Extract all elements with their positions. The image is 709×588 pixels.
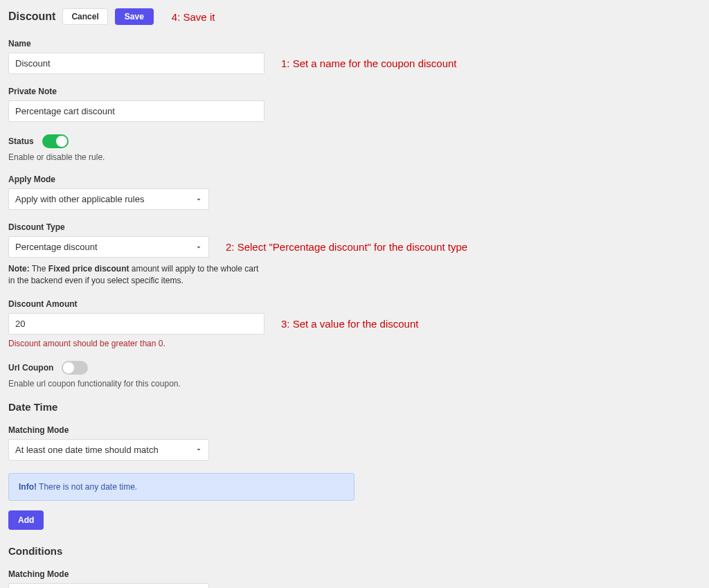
conditions-matching-label: Matching Mode xyxy=(8,569,701,579)
name-input[interactable] xyxy=(8,53,264,74)
note-prefix: Note: xyxy=(8,264,30,274)
apply-mode-select[interactable]: Apply with other applicable rules xyxy=(8,188,209,210)
status-toggle[interactable] xyxy=(42,134,69,148)
conditions-matching-select[interactable]: All conditions should match xyxy=(8,583,209,588)
url-coupon-toggle[interactable] xyxy=(62,361,88,375)
toggle-knob-icon xyxy=(63,362,74,373)
note-strong: Fixed price discount xyxy=(48,264,129,274)
apply-mode-field: Apply Mode Apply with other applicable r… xyxy=(8,175,701,210)
private-note-label: Private Note xyxy=(8,87,701,96)
discount-type-label: Discount Type xyxy=(8,222,701,232)
name-field: Name 1: Set a name for the coupon discou… xyxy=(8,39,701,74)
annotation-4: 4: Save it xyxy=(172,11,215,23)
cancel-button[interactable]: Cancel xyxy=(62,8,107,25)
datetime-add-button[interactable]: Add xyxy=(8,510,44,530)
datetime-matching-label: Matching Mode xyxy=(8,425,701,435)
status-field: Status Enable or disable the rule. xyxy=(8,134,701,162)
datetime-matching-field: Matching Mode At least one date time sho… xyxy=(8,425,701,461)
conditions-matching-field: Matching Mode All conditions should matc… xyxy=(8,569,701,588)
page-title: Discount xyxy=(8,10,55,23)
save-button[interactable]: Save xyxy=(115,8,154,25)
url-coupon-label: Url Coupon xyxy=(8,363,53,373)
header-row: Discount Cancel Save 4: Save it xyxy=(8,8,701,25)
discount-type-select[interactable]: Percentage discount xyxy=(8,236,209,258)
url-coupon-field: Url Coupon Enable url coupon functionali… xyxy=(8,361,701,389)
apply-mode-label: Apply Mode xyxy=(8,175,701,184)
name-label: Name xyxy=(8,39,701,48)
note-before: The xyxy=(30,264,48,274)
private-note-field: Private Note xyxy=(8,87,701,122)
datetime-matching-select[interactable]: At least one date time should match xyxy=(8,439,209,461)
discount-amount-input[interactable] xyxy=(8,313,264,335)
discount-amount-hint: Discount amount should be greater than 0… xyxy=(8,339,701,348)
toggle-knob-icon xyxy=(56,136,67,147)
discount-type-field: Discount Type Percentage discount 2: Sel… xyxy=(8,222,701,287)
discount-type-note: Note: The Fixed price discount amount wi… xyxy=(8,263,264,287)
status-hint: Enable or disable the rule. xyxy=(8,152,701,162)
annotation-3: 3: Set a value for the discount xyxy=(281,318,418,330)
annotation-1: 1: Set a name for the coupon discount xyxy=(281,57,457,69)
discount-amount-label: Discount Amount xyxy=(8,299,701,309)
private-note-input[interactable] xyxy=(8,100,264,122)
datetime-title: Date Time xyxy=(8,401,701,413)
info-strong: Info! xyxy=(19,482,37,492)
datetime-info-box: Info! There is not any date time. xyxy=(8,473,354,501)
url-coupon-hint: Enable url coupon functionality for this… xyxy=(8,379,701,389)
info-text: There is not any date time. xyxy=(37,482,137,492)
discount-amount-field: Discount Amount 3: Set a value for the d… xyxy=(8,299,701,348)
conditions-title: Conditions xyxy=(8,545,701,557)
annotation-2: 2: Select "Percentage discount" for the … xyxy=(226,241,467,253)
status-label: Status xyxy=(8,136,34,146)
